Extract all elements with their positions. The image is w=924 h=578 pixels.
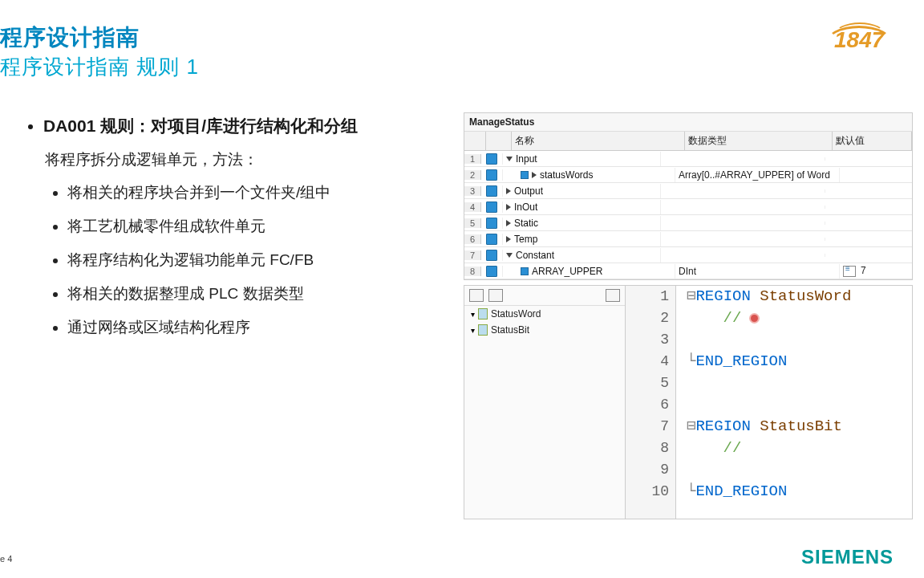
row-icon: [486, 266, 497, 277]
row-name: Constant: [516, 250, 554, 261]
row-name: Output: [514, 185, 543, 197]
tree-item-label: StatusWord: [491, 308, 541, 320]
table-row[interactable]: 3Output: [464, 183, 912, 199]
row-name: ARRAY_UPPER: [532, 266, 602, 277]
region-tree: ▾StatusWord▾StatusBit: [464, 286, 626, 519]
table-row[interactable]: 8ARRAY_UPPERDInt7: [464, 263, 912, 279]
rule-intro: 将程序拆分成逻辑单元，方法：: [45, 149, 438, 170]
row-dtype: [661, 189, 825, 193]
code-line[interactable]: └END_REGION: [675, 351, 912, 372]
code-editor[interactable]: 12345678910 ⊟REGION StatusWord // └END_R…: [626, 286, 912, 519]
row-default: [825, 238, 912, 241]
fold-open-icon[interactable]: ⊟: [687, 286, 695, 307]
row-default: [840, 173, 912, 177]
code-line[interactable]: //: [675, 438, 912, 459]
code-line[interactable]: [675, 394, 912, 416]
slide-title-sub: 程序设计指南 规则 1: [0, 53, 199, 81]
row-icon: [486, 250, 497, 261]
col-defv: 默认值: [833, 132, 912, 150]
fold-open-icon[interactable]: ⊟: [687, 416, 695, 438]
row-icon: [486, 169, 497, 181]
rule-heading: DA001 规则：对项目/库进行结构化和分组: [43, 112, 438, 140]
logo-1847: 1847: [823, 21, 892, 58]
chevron-down-icon[interactable]: [506, 253, 513, 258]
dot-icon: [521, 171, 529, 179]
rule-item: 将相关的程序块合并到一个文件夹/组中: [67, 181, 438, 204]
tia-portal-screenshot: ManageStatus 名称 数据类型 默认值 1Input2statusWo…: [464, 112, 913, 519]
tool-icon[interactable]: [469, 289, 484, 302]
table-row[interactable]: 1Input: [464, 151, 912, 167]
row-dtype: [661, 206, 825, 209]
table-row[interactable]: 6Temp: [464, 231, 912, 247]
page-number: e 4: [0, 554, 12, 564]
row-dtype: [661, 222, 825, 225]
code-line[interactable]: ⊟REGION StatusWord: [675, 286, 912, 307]
fold-close-icon: └: [687, 351, 695, 372]
content-left-column: DA001 规则：对项目/库进行结构化和分组 将程序拆分成逻辑单元，方法： 将相…: [29, 112, 438, 350]
row-name: InOut: [514, 201, 537, 213]
row-icon: [486, 153, 497, 165]
row-name: Input: [516, 153, 537, 165]
code-line[interactable]: [675, 329, 912, 351]
tree-item[interactable]: ▾StatusBit: [464, 322, 625, 338]
rule-item: 通过网络或区域结构化程序: [67, 316, 438, 339]
rule-item: 将工艺机械零件组成软件单元: [67, 215, 438, 238]
code-line[interactable]: └END_REGION: [675, 481, 912, 503]
table-row[interactable]: 5Static: [464, 215, 912, 231]
row-default: 7: [840, 263, 912, 279]
row-icon: [486, 201, 497, 213]
chevron-right-icon[interactable]: [506, 188, 511, 194]
interface-table: ManageStatus 名称 数据类型 默认值 1Input2statusWo…: [464, 112, 913, 280]
row-default: [825, 254, 912, 257]
code-line[interactable]: ⊟REGION StatusBit: [675, 416, 912, 438]
region-icon: [478, 308, 488, 320]
row-default: [825, 157, 912, 161]
tree-toolbar: [464, 286, 625, 306]
row-icon: [486, 185, 497, 197]
row-dtype: [661, 254, 825, 257]
logo-1847-text: 1847: [834, 27, 884, 53]
rule-item: 将程序结构化为逻辑功能单元 FC/FB: [67, 249, 438, 271]
row-name: Temp: [514, 234, 537, 245]
code-panel: ▾StatusWord▾StatusBit 12345678910 ⊟REGIO…: [464, 285, 913, 519]
row-default: [825, 189, 912, 193]
table-header-row: 名称 数据类型 默认值: [464, 132, 912, 151]
chevron-down-icon[interactable]: [506, 157, 513, 161]
code-line[interactable]: [675, 372, 912, 394]
tool-icon[interactable]: [606, 289, 620, 302]
row-dtype: Array[0..#ARRAY_UPPER] of Word: [675, 168, 840, 182]
row-dtype: [661, 238, 825, 241]
row-name: Static: [514, 218, 538, 229]
chevron-right-icon[interactable]: [506, 220, 511, 226]
col-dtype: 数据类型: [685, 132, 833, 150]
chevron-right-icon[interactable]: [506, 204, 511, 210]
table-row[interactable]: 2statusWordsArray[0..#ARRAY_UPPER] of Wo…: [464, 167, 912, 183]
row-icon: [486, 234, 497, 245]
tree-item[interactable]: ▾StatusWord: [464, 306, 625, 322]
block-title: ManageStatus: [464, 113, 912, 132]
chevron-right-icon[interactable]: [532, 172, 537, 178]
row-dtype: DInt: [675, 264, 840, 279]
code-line[interactable]: [675, 459, 912, 481]
region-icon: [478, 324, 488, 336]
table-row[interactable]: 7Constant: [464, 247, 912, 263]
dot-icon: [521, 267, 529, 275]
row-default: [825, 206, 912, 209]
row-dtype: [661, 157, 825, 161]
slide-title-main: 程序设计指南: [0, 22, 140, 53]
row-default: [825, 222, 912, 225]
col-name: 名称: [512, 132, 684, 150]
dropdown-icon[interactable]: [843, 266, 856, 277]
breakpoint-icon[interactable]: [751, 315, 758, 322]
rule-sublist: 将相关的程序块合并到一个文件夹/组中 将工艺机械零件组成软件单元 将程序结构化为…: [29, 181, 438, 339]
chevron-down-icon: ▾: [471, 326, 475, 335]
table-row[interactable]: 4InOut: [464, 199, 912, 215]
chevron-right-icon[interactable]: [506, 236, 511, 242]
rule-item: 将相关的数据整理成 PLC 数据类型: [67, 283, 438, 305]
code-line[interactable]: //: [675, 307, 912, 329]
chevron-down-icon: ▾: [471, 310, 475, 319]
tree-item-label: StatusBit: [491, 324, 529, 336]
fold-close-icon: └: [687, 481, 695, 503]
row-name: statusWords: [540, 169, 593, 181]
tool-icon[interactable]: [488, 289, 503, 302]
